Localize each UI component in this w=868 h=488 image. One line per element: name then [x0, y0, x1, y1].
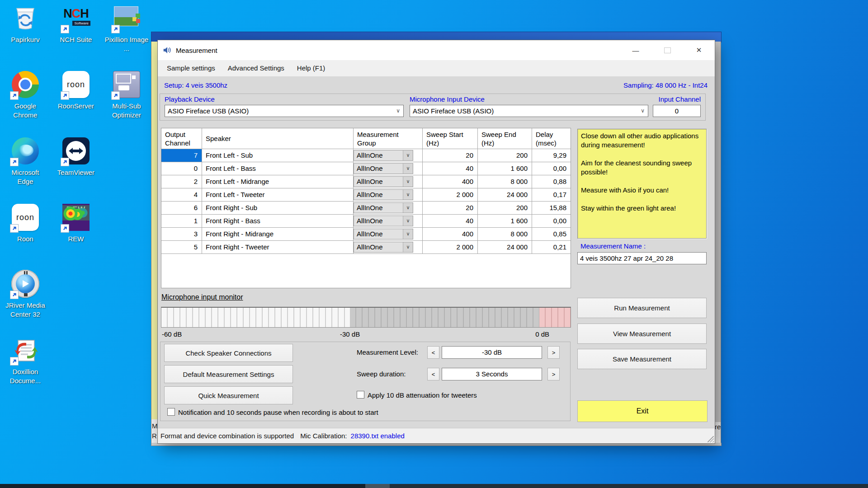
sweep-start-cell[interactable]: 20: [423, 202, 478, 215]
desktop-icon-nch-suite[interactable]: NCH Software NCH Suite: [53, 4, 99, 44]
table-row[interactable]: 7Front Left - SubAllInOne∨202009,29: [161, 149, 571, 162]
save-measurement-button[interactable]: Save Measurement: [577, 349, 707, 369]
sweep-start-cell[interactable]: 400: [423, 175, 478, 188]
sweep-start-cell[interactable]: 400: [423, 228, 478, 241]
sweep-start-cell[interactable]: 2 000: [423, 241, 478, 254]
maximize-button[interactable]: [651, 40, 683, 60]
desktop-icon-roon[interactable]: roon Roon: [3, 203, 48, 244]
delay-cell[interactable]: 9,29: [532, 149, 571, 162]
sweep-end-cell[interactable]: 24 000: [478, 188, 532, 202]
sweep-duration-increase-button[interactable]: >: [547, 368, 560, 380]
sweep-end-cell[interactable]: 1 600: [478, 215, 532, 228]
delay-cell[interactable]: 0,00: [532, 215, 571, 228]
speaker-cell[interactable]: Front Right - Bass: [202, 215, 354, 228]
speaker-cell[interactable]: Front Right - Midrange: [202, 228, 354, 241]
speaker-cell[interactable]: Front Left - Midrange: [202, 175, 354, 188]
delay-cell[interactable]: 0,17: [532, 188, 571, 202]
sweep-start-cell[interactable]: 2 000: [423, 188, 478, 202]
desktop-icon-multi-sub-optimizer[interactable]: Multi-Sub Optimizer: [104, 70, 149, 120]
delay-cell[interactable]: 0,21: [532, 241, 571, 254]
sweep-end-cell[interactable]: 200: [478, 149, 532, 162]
speaker-cell[interactable]: Front Right - Tweeter: [202, 241, 354, 254]
sweep-start-cell[interactable]: 20: [423, 149, 478, 162]
output-channel-cell[interactable]: 0: [161, 162, 202, 175]
delay-cell[interactable]: 0,00: [532, 162, 571, 175]
measurement-name-field[interactable]: 4 veis 3500hz 27 apr 24_20 28: [577, 252, 707, 264]
measurement-level-increase-button[interactable]: >: [547, 346, 560, 359]
table-row[interactable]: 2Front Left - MidrangeAllInOne∨4008 0000…: [161, 175, 571, 188]
taskbar[interactable]: [0, 484, 868, 488]
check-speaker-connections-button[interactable]: Check Speaker Connections: [164, 344, 293, 362]
menu-item-advanced-settings[interactable]: Advanced Settings: [222, 60, 291, 76]
speaker-cell[interactable]: Front Right - Sub: [202, 202, 354, 215]
measurement-group-select[interactable]: AllInOne∨: [354, 216, 413, 226]
measurement-group-select[interactable]: AllInOne∨: [354, 229, 413, 239]
measurement-level-decrease-button[interactable]: <: [427, 346, 439, 359]
output-channel-cell[interactable]: 5: [161, 241, 202, 254]
speaker-cell[interactable]: Front Left - Bass: [202, 162, 354, 175]
mic-level-meter: [161, 307, 571, 328]
menu-item-sample-settings[interactable]: Sample settings: [160, 60, 222, 76]
sweep-start-cell[interactable]: 40: [423, 162, 478, 175]
output-channel-cell[interactable]: 2: [161, 175, 202, 188]
table-row[interactable]: 1Front Right - BassAllInOne∨401 6000,00: [161, 215, 571, 228]
sweep-duration-field[interactable]: 3 Seconds: [442, 368, 542, 380]
mic-calibration-value[interactable]: 28390.txt enabled: [351, 432, 405, 440]
desktop-icon-jriver-media-center-32[interactable]: JRiver Media Center 32: [3, 269, 48, 319]
sweep-end-cell[interactable]: 8 000: [478, 175, 532, 188]
default-measurement-settings-button[interactable]: Default Measurement Settings: [164, 365, 293, 383]
notification-pause-checkbox[interactable]: [167, 408, 175, 416]
table-row[interactable]: 3Front Right - MidrangeAllInOne∨4008 000…: [161, 228, 571, 241]
delay-cell[interactable]: 0,85: [532, 228, 571, 241]
measurement-level-field[interactable]: -30 dB: [442, 346, 542, 359]
desktop-icon-doxillion-docume[interactable]: Doxillion Docume...: [3, 336, 48, 385]
table-row[interactable]: 6Front Right - SubAllInOne∨2020015,88: [161, 202, 571, 215]
desktop-icon-rew[interactable]: REW REW: [53, 203, 99, 244]
desktop-icon-papirkurv[interactable]: Papirkurv: [3, 4, 48, 44]
output-channel-cell[interactable]: 6: [161, 202, 202, 215]
taskbar-app-segment[interactable]: [365, 484, 390, 488]
menu-item-help-f1[interactable]: Help (F1): [291, 60, 332, 76]
exit-button[interactable]: Exit: [577, 400, 708, 422]
speaker-cell[interactable]: Front Left - Sub: [202, 149, 354, 162]
delay-cell[interactable]: 15,88: [532, 202, 571, 215]
close-button[interactable]: ✕: [683, 40, 715, 60]
view-measurement-button[interactable]: View Measurement: [577, 324, 707, 344]
desktop-icon-google-chrome[interactable]: Google Chrome: [3, 70, 48, 120]
output-channel-cell[interactable]: 4: [161, 188, 202, 202]
measurement-group-select[interactable]: AllInOne∨: [354, 163, 413, 174]
run-measurement-button[interactable]: Run Measurement: [577, 298, 707, 318]
output-channel-cell[interactable]: 1: [161, 215, 202, 228]
measurement-group-select[interactable]: AllInOne∨: [354, 189, 413, 200]
desktop-icon-roonserver[interactable]: roon RoonServer: [53, 70, 99, 111]
delay-cell[interactable]: 0,88: [532, 175, 571, 188]
resize-grip[interactable]: [708, 436, 714, 442]
table-row[interactable]: 5Front Right - TweeterAllInOne∨2 00024 0…: [161, 241, 571, 254]
sweep-end-cell[interactable]: 1 600: [478, 162, 532, 175]
measurement-group-select[interactable]: AllInOne∨: [354, 202, 413, 213]
title-bar[interactable]: Measurement — ✕: [158, 40, 715, 60]
desktop-icon-teamviewer[interactable]: TeamViewer: [53, 136, 99, 177]
desktop-icon-pixillion-image[interactable]: Pixillion Image ...: [104, 4, 149, 53]
table-row[interactable]: 0Front Left - BassAllInOne∨401 6000,00: [161, 162, 571, 175]
sweep-end-cell[interactable]: 8 000: [478, 228, 532, 241]
speaker-cell[interactable]: Front Left - Tweeter: [202, 188, 354, 202]
sweep-end-cell[interactable]: 200: [478, 202, 532, 215]
measurement-group-select[interactable]: AllInOne∨: [354, 150, 413, 161]
input-channel-field[interactable]: 0: [653, 105, 701, 117]
output-channel-cell[interactable]: 3: [161, 228, 202, 241]
measurement-group-select[interactable]: AllInOne∨: [354, 242, 413, 253]
output-channel-cell[interactable]: 7: [161, 149, 202, 162]
sweep-duration-decrease-button[interactable]: <: [427, 368, 439, 380]
sweep-start-cell[interactable]: 40: [423, 215, 478, 228]
sweep-end-cell[interactable]: 24 000: [478, 241, 532, 254]
mic-input-device-select[interactable]: ASIO Fireface USB (ASIO) ∨: [410, 105, 648, 117]
desktop-icon-microsoft-edge[interactable]: Microsoft Edge: [3, 136, 48, 186]
tweeter-attenuation-checkbox[interactable]: [357, 391, 364, 399]
table-row[interactable]: 4Front Left - TweeterAllInOne∨2 00024 00…: [161, 188, 571, 202]
measurement-group-cell: AllInOne∨: [354, 241, 423, 254]
minimize-button[interactable]: —: [620, 40, 651, 60]
measurement-group-select[interactable]: AllInOne∨: [354, 176, 413, 187]
playback-device-select[interactable]: ASIO Fireface USB (ASIO) ∨: [165, 105, 404, 117]
quick-measurement-button[interactable]: Quick Measurement: [164, 386, 293, 404]
